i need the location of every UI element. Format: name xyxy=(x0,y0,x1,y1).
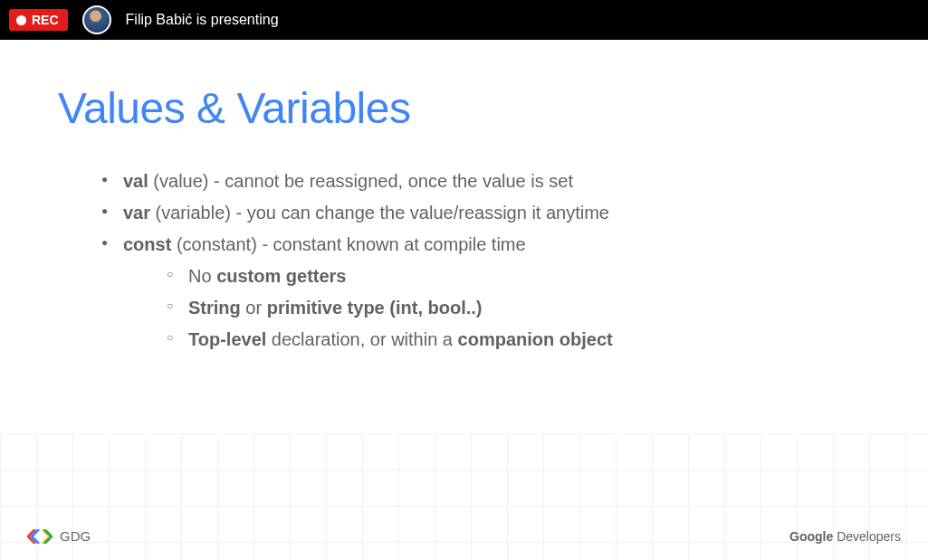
bullet-item: var (variable) - you can change the valu… xyxy=(101,197,870,229)
slide-title: Values & Variables xyxy=(58,83,870,133)
gdg-text: GDG xyxy=(60,528,91,544)
gdg-logo: GDG xyxy=(27,528,91,544)
slide-content: Values & Variables val (value) - cannot … xyxy=(0,40,928,560)
sub-bullet-item: Top-level declaration, or within a compa… xyxy=(167,324,870,356)
bullet-list: val (value) - cannot be reassigned, once… xyxy=(58,166,870,356)
presenter-avatar[interactable] xyxy=(82,5,111,34)
google-developers-logo: Google Developers xyxy=(789,529,901,544)
bullet-item: const (constant) - constant known at com… xyxy=(101,229,870,356)
recording-badge: REC xyxy=(9,9,68,31)
gdg-chevron-icon xyxy=(27,529,53,544)
presenting-status: Filip Babić is presenting xyxy=(126,12,279,28)
bullet-item: val (value) - cannot be reassigned, once… xyxy=(101,166,870,197)
rec-label: REC xyxy=(32,13,59,27)
slide-footer: GDG Google Developers xyxy=(0,528,928,544)
sub-bullet-item: String or primitive type (int, bool..) xyxy=(167,292,870,324)
sub-bullet-list: No custom getters String or primitive ty… xyxy=(123,261,870,356)
record-icon xyxy=(16,15,26,25)
sub-bullet-item: No custom getters xyxy=(167,261,870,292)
presentation-topbar: REC Filip Babić is presenting xyxy=(0,0,928,40)
